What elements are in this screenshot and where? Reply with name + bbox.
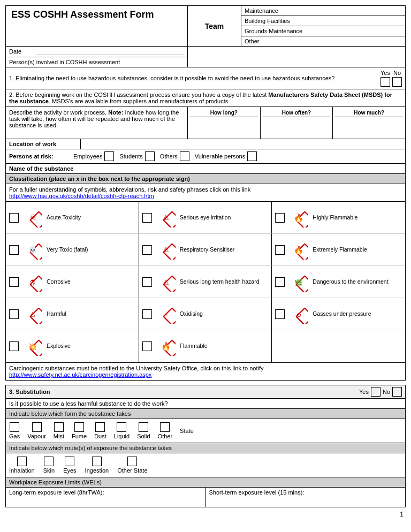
respiratory-icon: ⚠ — [156, 240, 176, 260]
how-long-label: How long? — [190, 109, 258, 117]
long-term-label: Serious long term health hazard — [180, 278, 260, 286]
vulnerable-checkbox[interactable] — [247, 151, 257, 161]
how-much-label: How much? — [335, 109, 403, 117]
hazard-harmful: ⚠ Harmful — [6, 298, 139, 330]
how-long-cell: How long? — [188, 107, 261, 139]
form-liquid: Liquid — [114, 422, 130, 439]
harmful-icon: ⚠ — [23, 305, 42, 324]
mist-checkbox[interactable] — [54, 422, 64, 432]
hazard-vtoxic-checkbox[interactable] — [9, 245, 19, 255]
hazard-exp-checkbox[interactable] — [9, 341, 19, 351]
short-term-label: Short-term exposure level (15 mins): — [209, 489, 305, 496]
dangerous-env-label: Dangerous to the environment — [313, 278, 388, 286]
svg-text:💀: 💀 — [29, 246, 37, 253]
svg-text:🔥: 🔥 — [294, 212, 303, 222]
q1-yes-box: Yes — [380, 70, 390, 87]
classification-note: For a fuller understanding of symbols, a… — [6, 184, 405, 202]
form-gas: Gas — [9, 422, 20, 439]
others-label: Others — [160, 153, 178, 159]
hazard-ox-checkbox[interactable] — [142, 309, 152, 319]
serious-eye-label: Serious eye irritation — [180, 214, 231, 222]
sub-header: 3. Substitution Yes No — [6, 385, 405, 399]
svg-text:⚠: ⚠ — [29, 310, 36, 318]
hazard-extremely-flammable: 🔥 Extremely Flammable — [272, 234, 405, 266]
date-input[interactable] — [36, 48, 184, 55]
carcino-link[interactable]: http://www.safety.ncl.ac.uk/carcinogenre… — [9, 371, 151, 378]
hazard-serious-eye: ⚠ Serious eye irritation — [139, 202, 272, 234]
employees-checkbox[interactable] — [104, 151, 114, 161]
gas-label: Gas — [9, 433, 20, 439]
form-state: State — [180, 428, 194, 434]
route-skin: Skin — [43, 457, 55, 474]
long-term-label: Long-term exposure level (8hrTWA): — [9, 489, 104, 496]
q1-no-checkbox[interactable] — [392, 77, 402, 87]
sub-no-checkbox[interactable] — [392, 387, 402, 397]
hazard-eye-checkbox[interactable] — [142, 213, 152, 223]
hazard-corrosive: ⚗ Corrosive — [6, 266, 139, 298]
hazard-respiratory: ⚠ Respiratory Sensitiser — [139, 234, 272, 266]
skin-checkbox[interactable] — [44, 457, 54, 466]
route-ingestion: Ingestion — [85, 457, 109, 474]
route-other-state: Other State — [117, 457, 147, 474]
date-field: Date — [6, 47, 187, 57]
hazard-env-checkbox[interactable] — [275, 277, 285, 287]
substance-row: Name of the substance — [6, 164, 405, 174]
sub-yes-checkbox[interactable] — [371, 387, 380, 397]
q1-yes-label: Yes — [380, 70, 390, 76]
hazard-acute-toxicity: ☠ Acute Toxicity — [6, 202, 139, 234]
route-inhalation: Inhalation — [9, 457, 35, 474]
form-other: Other — [158, 422, 173, 439]
solid-checkbox[interactable] — [139, 422, 148, 432]
liquid-checkbox[interactable] — [117, 422, 126, 432]
substance-value — [95, 165, 402, 172]
hazard-dangerous-env: 🌿 Dangerous to the environment — [272, 266, 405, 298]
students-checkbox[interactable] — [145, 151, 155, 161]
state-label: State — [180, 428, 194, 434]
ingestion-checkbox[interactable] — [92, 457, 102, 466]
other-state-checkbox[interactable] — [127, 457, 137, 466]
activity-note: Note: — [108, 109, 123, 116]
hazard-highly-flammable: 🔥 Highly Flammable — [272, 202, 405, 234]
hazard-hflam-checkbox[interactable] — [275, 213, 285, 223]
fume-checkbox[interactable] — [74, 422, 84, 432]
svg-text:⚠: ⚠ — [163, 278, 169, 286]
flammable-label: Flammable — [180, 343, 208, 350]
mist-label: Mist — [54, 433, 64, 439]
other-checkbox[interactable] — [160, 422, 170, 432]
form-dust: Dust — [94, 422, 106, 439]
hazard-harm-checkbox[interactable] — [9, 309, 19, 319]
svg-text:⚠: ⚠ — [163, 246, 169, 253]
others-checkbox[interactable] — [180, 151, 189, 161]
q1-no-box: No — [392, 70, 402, 87]
hazard-gasses: ⊙ Gasses under pressure — [272, 298, 405, 330]
activity-row: Describe the activity or work process. N… — [6, 107, 405, 139]
team-building: Building Facilities — [241, 16, 405, 26]
dust-checkbox[interactable] — [95, 422, 105, 432]
svg-text:⚠: ⚠ — [163, 214, 169, 221]
hazard-gas-checkbox[interactable] — [275, 309, 285, 319]
team-other: Other — [241, 36, 405, 46]
hazard-eflam-checkbox[interactable] — [275, 245, 285, 255]
persons-label: Persons at risk: — [9, 153, 68, 159]
q1-yes-checkbox[interactable] — [380, 77, 390, 87]
q2-text-part1: 2. Before beginning work on the COSHH as… — [9, 92, 268, 98]
very-toxic-icon: 💀 — [23, 240, 42, 260]
hazard-resp-checkbox[interactable] — [142, 245, 152, 255]
flammable-icon: 🔥 — [156, 337, 176, 356]
explosive-icon: 💥 — [23, 337, 42, 356]
highly-flammable-icon: 🔥 — [289, 208, 308, 227]
classification-link[interactable]: http://www.hse.gov.uk/coshh/detail/coshh… — [9, 193, 154, 199]
hazard-lt-checkbox[interactable] — [142, 277, 152, 287]
vulnerable-item: Vulnerable persons — [195, 151, 257, 161]
hazard-acute-checkbox[interactable] — [9, 213, 19, 223]
vapour-checkbox[interactable] — [32, 422, 42, 432]
sub-yes-label: Yes — [359, 389, 369, 395]
eyes-checkbox[interactable] — [65, 457, 74, 466]
harmful-label: Harmful — [47, 310, 66, 318]
employees-label: Employees — [73, 153, 102, 159]
gas-checkbox[interactable] — [10, 422, 19, 432]
hazard-flam-checkbox[interactable] — [142, 341, 152, 351]
hazard-corr-checkbox[interactable] — [9, 277, 19, 287]
activity-left: Describe the activity or work process. N… — [6, 107, 188, 139]
inhalation-checkbox[interactable] — [17, 457, 27, 466]
